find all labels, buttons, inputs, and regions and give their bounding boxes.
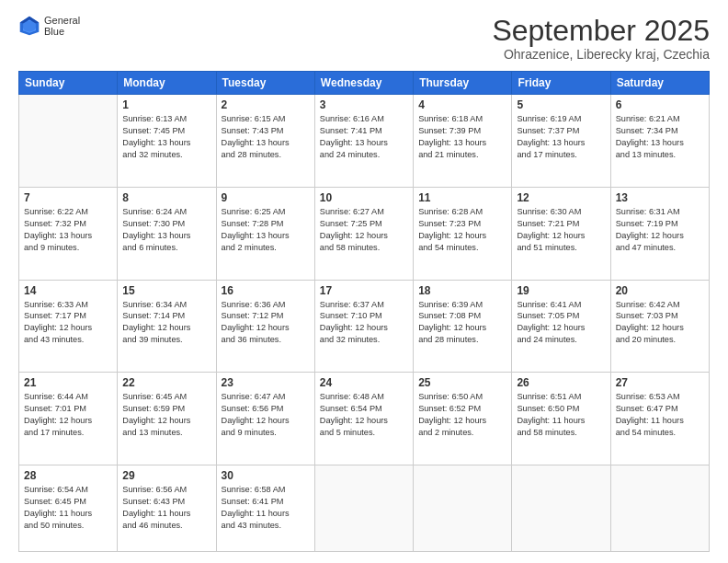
day-info: Sunrise: 6:47 AMSunset: 6:56 PMDaylight:… [222, 391, 310, 439]
day-number: 27 [616, 376, 704, 389]
day-info: Sunrise: 6:45 AMSunset: 6:59 PMDaylight:… [122, 391, 210, 439]
page: General Blue September 2025 Ohrazenice, … [0, 0, 728, 563]
day-number: 12 [517, 191, 605, 204]
day-info: Sunrise: 6:53 AMSunset: 6:47 PMDaylight:… [616, 391, 704, 439]
day-number: 8 [122, 191, 210, 204]
day-info: Sunrise: 6:48 AMSunset: 6:54 PMDaylight:… [320, 391, 408, 439]
table-row: 4Sunrise: 6:18 AMSunset: 7:39 PMDaylight… [414, 95, 512, 188]
day-number: 11 [418, 191, 506, 204]
table-row: 10Sunrise: 6:27 AMSunset: 7:25 PMDayligh… [314, 187, 413, 280]
table-row [512, 465, 610, 552]
title-block: September 2025 Ohrazenice, Liberecky kra… [492, 15, 710, 62]
day-info: Sunrise: 6:16 AMSunset: 7:41 PMDaylight:… [320, 113, 408, 161]
day-info: Sunrise: 6:56 AMSunset: 6:43 PMDaylight:… [122, 484, 210, 532]
day-number: 7 [24, 191, 112, 204]
day-info: Sunrise: 6:51 AMSunset: 6:50 PMDaylight:… [517, 391, 605, 439]
calendar-table: Sunday Monday Tuesday Wednesday Thursday… [18, 71, 710, 552]
day-number: 6 [616, 98, 704, 111]
table-row: 30Sunrise: 6:58 AMSunset: 6:41 PMDayligh… [216, 465, 314, 552]
day-info: Sunrise: 6:22 AMSunset: 7:32 PMDaylight:… [24, 206, 112, 254]
day-number: 13 [616, 191, 704, 204]
day-number: 30 [222, 469, 310, 482]
day-number: 5 [517, 98, 605, 111]
day-number: 16 [222, 284, 310, 297]
table-row [314, 465, 413, 552]
table-row: 19Sunrise: 6:41 AMSunset: 7:05 PMDayligh… [512, 280, 610, 373]
day-info: Sunrise: 6:34 AMSunset: 7:14 PMDaylight:… [122, 299, 210, 347]
day-number: 20 [616, 284, 704, 297]
day-number: 3 [320, 98, 408, 111]
logo-text: General Blue [44, 15, 80, 37]
header-monday: Monday [118, 72, 216, 95]
header-thursday: Thursday [414, 72, 512, 95]
table-row: 9Sunrise: 6:25 AMSunset: 7:28 PMDaylight… [216, 187, 314, 280]
day-number: 24 [320, 376, 408, 389]
table-row [610, 465, 709, 552]
header-sunday: Sunday [19, 72, 118, 95]
day-info: Sunrise: 6:54 AMSunset: 6:45 PMDaylight:… [24, 484, 112, 532]
day-info: Sunrise: 6:37 AMSunset: 7:10 PMDaylight:… [320, 299, 408, 347]
table-row: 15Sunrise: 6:34 AMSunset: 7:14 PMDayligh… [118, 280, 216, 373]
table-row: 22Sunrise: 6:45 AMSunset: 6:59 PMDayligh… [118, 373, 216, 465]
day-info: Sunrise: 6:31 AMSunset: 7:19 PMDaylight:… [616, 206, 704, 254]
day-number: 21 [24, 376, 112, 389]
day-number: 23 [222, 376, 310, 389]
day-number: 15 [122, 284, 210, 297]
table-row: 21Sunrise: 6:44 AMSunset: 7:01 PMDayligh… [19, 373, 118, 465]
day-number: 17 [320, 284, 408, 297]
table-row: 29Sunrise: 6:56 AMSunset: 6:43 PMDayligh… [118, 465, 216, 552]
table-row [414, 465, 512, 552]
day-info: Sunrise: 6:24 AMSunset: 7:30 PMDaylight:… [122, 206, 210, 254]
table-row: 24Sunrise: 6:48 AMSunset: 6:54 PMDayligh… [314, 373, 413, 465]
month-title: September 2025 [492, 15, 710, 47]
table-row: 27Sunrise: 6:53 AMSunset: 6:47 PMDayligh… [610, 373, 709, 465]
day-info: Sunrise: 6:13 AMSunset: 7:45 PMDaylight:… [122, 113, 210, 161]
header-wednesday: Wednesday [314, 72, 413, 95]
table-row: 18Sunrise: 6:39 AMSunset: 7:08 PMDayligh… [414, 280, 512, 373]
day-info: Sunrise: 6:25 AMSunset: 7:28 PMDaylight:… [222, 206, 310, 254]
day-info: Sunrise: 6:19 AMSunset: 7:37 PMDaylight:… [517, 113, 605, 161]
logo-icon [18, 15, 40, 37]
day-number: 25 [418, 376, 506, 389]
day-info: Sunrise: 6:30 AMSunset: 7:21 PMDaylight:… [517, 206, 605, 254]
header-friday: Friday [512, 72, 610, 95]
day-number: 10 [320, 191, 408, 204]
table-row: 28Sunrise: 6:54 AMSunset: 6:45 PMDayligh… [19, 465, 118, 552]
day-number: 4 [418, 98, 506, 111]
table-row: 17Sunrise: 6:37 AMSunset: 7:10 PMDayligh… [314, 280, 413, 373]
day-info: Sunrise: 6:33 AMSunset: 7:17 PMDaylight:… [24, 299, 112, 347]
table-row: 14Sunrise: 6:33 AMSunset: 7:17 PMDayligh… [19, 280, 118, 373]
day-number: 18 [418, 284, 506, 297]
table-row [19, 95, 118, 188]
table-row: 1Sunrise: 6:13 AMSunset: 7:45 PMDaylight… [118, 95, 216, 188]
table-row: 5Sunrise: 6:19 AMSunset: 7:37 PMDaylight… [512, 95, 610, 188]
table-row: 6Sunrise: 6:21 AMSunset: 7:34 PMDaylight… [610, 95, 709, 188]
day-info: Sunrise: 6:27 AMSunset: 7:25 PMDaylight:… [320, 206, 408, 254]
day-number: 2 [222, 98, 310, 111]
logo-general: General [44, 15, 80, 26]
calendar-header-row: Sunday Monday Tuesday Wednesday Thursday… [19, 72, 710, 95]
table-row: 13Sunrise: 6:31 AMSunset: 7:19 PMDayligh… [610, 187, 709, 280]
table-row: 3Sunrise: 6:16 AMSunset: 7:41 PMDaylight… [314, 95, 413, 188]
day-number: 29 [122, 469, 210, 482]
table-row: 26Sunrise: 6:51 AMSunset: 6:50 PMDayligh… [512, 373, 610, 465]
header-saturday: Saturday [610, 72, 709, 95]
day-info: Sunrise: 6:42 AMSunset: 7:03 PMDaylight:… [616, 299, 704, 347]
day-number: 19 [517, 284, 605, 297]
table-row: 25Sunrise: 6:50 AMSunset: 6:52 PMDayligh… [414, 373, 512, 465]
day-info: Sunrise: 6:58 AMSunset: 6:41 PMDaylight:… [222, 484, 310, 532]
table-row: 16Sunrise: 6:36 AMSunset: 7:12 PMDayligh… [216, 280, 314, 373]
table-row: 23Sunrise: 6:47 AMSunset: 6:56 PMDayligh… [216, 373, 314, 465]
table-row: 2Sunrise: 6:15 AMSunset: 7:43 PMDaylight… [216, 95, 314, 188]
logo-blue: Blue [44, 26, 80, 37]
header: General Blue September 2025 Ohrazenice, … [18, 15, 710, 62]
day-info: Sunrise: 6:15 AMSunset: 7:43 PMDaylight:… [222, 113, 310, 161]
day-info: Sunrise: 6:50 AMSunset: 6:52 PMDaylight:… [418, 391, 506, 439]
day-info: Sunrise: 6:18 AMSunset: 7:39 PMDaylight:… [418, 113, 506, 161]
header-tuesday: Tuesday [216, 72, 314, 95]
day-info: Sunrise: 6:21 AMSunset: 7:34 PMDaylight:… [616, 113, 704, 161]
day-info: Sunrise: 6:36 AMSunset: 7:12 PMDaylight:… [222, 299, 310, 347]
day-number: 26 [517, 376, 605, 389]
location-subtitle: Ohrazenice, Liberecky kraj, Czechia [492, 47, 710, 62]
day-number: 22 [122, 376, 210, 389]
